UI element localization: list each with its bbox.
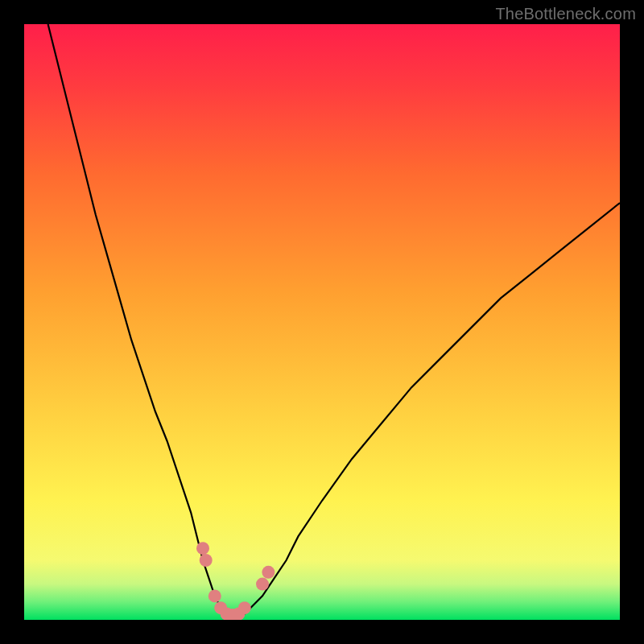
- highlight-marker: [196, 542, 209, 555]
- highlight-marker: [256, 578, 269, 591]
- highlight-marker: [238, 601, 251, 614]
- highlight-marker: [200, 554, 213, 567]
- watermark-text: TheBottleneck.com: [495, 5, 636, 23]
- bottleneck-chart: [24, 24, 620, 620]
- highlight-marker: [208, 589, 221, 602]
- highlight-marker: [262, 566, 275, 579]
- chart-frame: [24, 24, 620, 620]
- gradient-background: [24, 24, 620, 620]
